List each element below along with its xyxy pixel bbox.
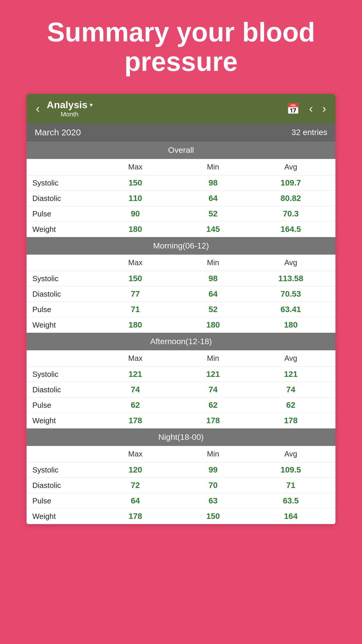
- afternoon-section-header: Afternoon(12-18): [27, 333, 335, 350]
- night-table: Max Min Avg Systolic 120 99 109.5 Diasto…: [27, 446, 335, 524]
- row-label: Diastolic: [32, 194, 96, 203]
- row-avg: 164: [252, 512, 330, 521]
- morning-table: Max Min Avg Systolic 150 98 113.58 Diast…: [27, 255, 335, 333]
- row-avg: 70.3: [252, 209, 330, 218]
- row-max: 71: [96, 305, 174, 314]
- row-label: Systolic: [32, 274, 96, 283]
- row-max: 150: [96, 178, 174, 188]
- afternoon-col-avg: Avg: [252, 354, 330, 363]
- row-max: 121: [96, 370, 174, 379]
- row-max: 120: [96, 465, 174, 475]
- overall-col-headers: Max Min Avg: [27, 159, 335, 175]
- row-label: Pulse: [32, 305, 96, 314]
- morning-rows: Systolic 150 98 113.58 Diastolic 77 64 7…: [27, 271, 335, 333]
- row-avg: 109.7: [252, 178, 330, 188]
- prev-arrow-button[interactable]: ‹: [309, 102, 313, 115]
- row-min: 121: [174, 370, 252, 379]
- night-col-0: [32, 449, 96, 459]
- morning-label: Morning(06-12): [153, 241, 209, 250]
- row-min: 74: [174, 385, 252, 394]
- row-label: Weight: [32, 225, 96, 234]
- table-row: Pulse 90 52 70.3: [27, 206, 335, 222]
- afternoon-table: Max Min Avg Systolic 121 121 121 Diastol…: [27, 350, 335, 428]
- table-row: Pulse 62 62 62: [27, 398, 335, 413]
- row-min: 64: [174, 289, 252, 299]
- row-avg: 63.41: [252, 305, 330, 314]
- table-row: Diastolic 74 74 74: [27, 382, 335, 398]
- afternoon-rows: Systolic 121 121 121 Diastolic 74 74 74 …: [27, 367, 335, 428]
- afternoon-label: Afternoon(12-18): [150, 337, 212, 346]
- row-max: 77: [96, 289, 174, 299]
- night-label: Night(18-00): [158, 433, 204, 442]
- row-avg: 71: [252, 481, 330, 490]
- page-title: Summary your blood pressure: [0, 0, 362, 94]
- row-label: Weight: [32, 321, 96, 330]
- row-avg: 70.53: [252, 289, 330, 299]
- row-max: 178: [96, 416, 174, 425]
- row-avg: 62: [252, 400, 330, 410]
- afternoon-col-max: Max: [96, 354, 174, 363]
- afternoon-col-0: [32, 354, 96, 363]
- morning-col-min: Min: [174, 258, 252, 267]
- morning-col-avg: Avg: [252, 258, 330, 267]
- row-max: 72: [96, 481, 174, 490]
- row-max: 110: [96, 194, 174, 203]
- header-left: ‹ Analysis ▾ Month: [36, 99, 92, 118]
- overall-col-min: Min: [174, 162, 252, 172]
- table-row: Diastolic 110 64 80.82: [27, 191, 335, 206]
- analysis-subtitle: Month: [47, 111, 92, 118]
- row-min: 178: [174, 416, 252, 425]
- row-avg: 74: [252, 385, 330, 394]
- dropdown-arrow-icon[interactable]: ▾: [90, 102, 92, 108]
- morning-section-header: Morning(06-12): [27, 237, 335, 255]
- table-row: Diastolic 77 64 70.53: [27, 286, 335, 302]
- row-avg: 164.5: [252, 225, 330, 234]
- table-row: Systolic 121 121 121: [27, 367, 335, 382]
- table-row: Weight 178 178 178: [27, 413, 335, 428]
- night-col-avg: Avg: [252, 449, 330, 459]
- row-max: 64: [96, 496, 174, 505]
- morning-col-headers: Max Min Avg: [27, 255, 335, 271]
- analysis-title-row: Analysis ▾: [47, 99, 92, 111]
- row-label: Pulse: [32, 209, 96, 218]
- row-min: 99: [174, 465, 252, 475]
- row-label: Pulse: [32, 401, 96, 410]
- row-label: Weight: [32, 416, 96, 425]
- row-max: 90: [96, 209, 174, 218]
- overall-col-avg: Avg: [252, 162, 330, 172]
- entries-count: 32 entries: [291, 128, 327, 137]
- afternoon-col-min: Min: [174, 354, 252, 363]
- row-avg: 63.5: [252, 496, 330, 505]
- table-row: Weight 178 150 164: [27, 509, 335, 524]
- analysis-title-text: Analysis: [47, 99, 87, 111]
- table-row: Pulse 71 52 63.41: [27, 302, 335, 317]
- row-min: 62: [174, 400, 252, 410]
- afternoon-col-headers: Max Min Avg: [27, 350, 335, 367]
- row-label: Diastolic: [32, 290, 96, 299]
- header-bar: ‹ Analysis ▾ Month 📅 ‹ ›: [27, 94, 335, 123]
- row-max: 62: [96, 400, 174, 410]
- morning-col-0: [32, 258, 96, 267]
- row-avg: 109.5: [252, 465, 330, 475]
- overall-section-header: Overall: [27, 141, 335, 159]
- row-max: 74: [96, 385, 174, 394]
- row-avg: 113.58: [252, 274, 330, 283]
- night-rows: Systolic 120 99 109.5 Diastolic 72 70 71…: [27, 462, 335, 524]
- back-button[interactable]: ‹: [36, 102, 40, 115]
- table-row: Pulse 64 63 63.5: [27, 493, 335, 509]
- row-avg: 121: [252, 370, 330, 379]
- next-arrow-button[interactable]: ›: [322, 102, 326, 115]
- row-label: Weight: [32, 512, 96, 521]
- row-avg: 178: [252, 416, 330, 425]
- row-max: 180: [96, 225, 174, 234]
- night-col-headers: Max Min Avg: [27, 446, 335, 462]
- table-row: Systolic 120 99 109.5: [27, 462, 335, 478]
- row-min: 70: [174, 481, 252, 490]
- row-min: 64: [174, 194, 252, 203]
- main-card: ‹ Analysis ▾ Month 📅 ‹ › March 2020 32 e…: [27, 94, 335, 524]
- row-avg: 80.82: [252, 194, 330, 203]
- calendar-icon[interactable]: 📅: [287, 103, 300, 115]
- row-label: Diastolic: [32, 481, 96, 490]
- overall-table: Max Min Avg Systolic 150 98 109.7 Diasto…: [27, 159, 335, 237]
- table-row: Systolic 150 98 113.58: [27, 271, 335, 286]
